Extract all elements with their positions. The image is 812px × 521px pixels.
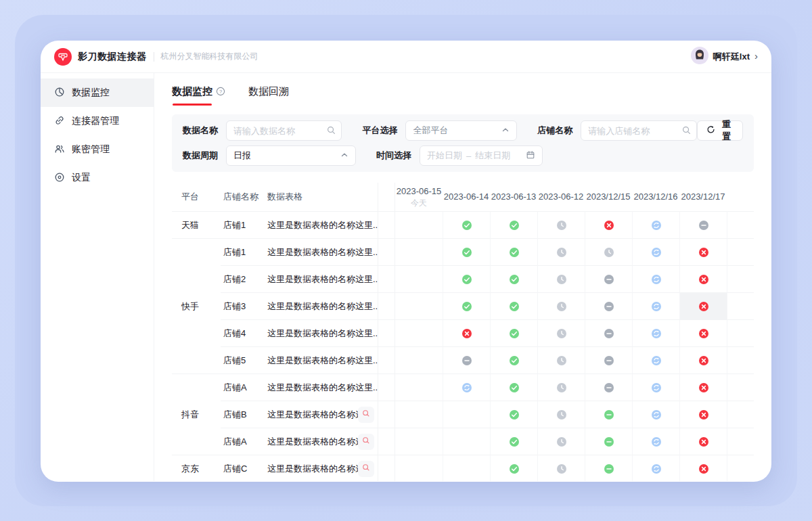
status-cell[interactable] xyxy=(537,346,585,373)
status-cell[interactable] xyxy=(490,292,537,319)
status-cell[interactable] xyxy=(443,265,490,292)
sidebar-item-data-monitor[interactable]: 数据监控 xyxy=(41,78,154,107)
status-success-icon xyxy=(461,220,472,231)
status-cell[interactable] xyxy=(632,265,679,292)
status-cell[interactable] xyxy=(490,428,537,455)
status-cell[interactable] xyxy=(632,292,679,319)
status-cell[interactable] xyxy=(679,346,727,373)
status-cell[interactable] xyxy=(632,373,679,401)
status-cell[interactable] xyxy=(490,373,537,401)
status-cell[interactable] xyxy=(679,455,727,481)
chevron-up-icon xyxy=(501,126,510,136)
status-cell[interactable] xyxy=(537,455,585,481)
table-spacer xyxy=(378,401,395,428)
sidebar-item-account-management[interactable]: 账密管理 xyxy=(41,135,154,164)
status-cell[interactable] xyxy=(679,238,727,265)
status-cell[interactable] xyxy=(632,319,679,346)
table-name-text: 这里是数据表格的名称这里... xyxy=(267,246,378,258)
period-select[interactable]: 日报 xyxy=(226,145,356,166)
tab-data-monitor[interactable]: 数据监控? xyxy=(172,85,225,106)
status-cell[interactable] xyxy=(632,238,679,265)
status-cell[interactable] xyxy=(537,401,585,428)
status-pending-icon xyxy=(556,463,567,474)
data-name-input[interactable] xyxy=(226,120,342,141)
status-cell[interactable] xyxy=(585,428,632,455)
status-cell xyxy=(443,401,490,428)
date-range-picker[interactable]: 开始日期 – 结束日期 xyxy=(420,145,543,166)
status-cell[interactable] xyxy=(585,346,632,373)
status-cell[interactable] xyxy=(679,401,727,428)
search-detail-button[interactable] xyxy=(358,434,374,450)
user-menu[interactable]: 啊轩廷lxt › xyxy=(691,47,758,67)
search-detail-button[interactable] xyxy=(358,407,374,423)
status-cell[interactable] xyxy=(632,455,679,481)
status-cell xyxy=(395,238,443,265)
sidebar-item-label: 设置 xyxy=(72,172,91,184)
platform-select[interactable]: 全部平台 xyxy=(405,120,517,141)
status-success-icon xyxy=(509,409,520,420)
status-cell[interactable] xyxy=(632,211,679,238)
reset-button[interactable]: 重置 xyxy=(697,120,743,141)
tab-data-backtrack[interactable]: 数据回溯 xyxy=(248,85,289,106)
status-cell[interactable] xyxy=(443,238,490,265)
status-cell[interactable] xyxy=(490,346,537,373)
status-cell[interactable] xyxy=(490,238,537,265)
status-cell[interactable] xyxy=(537,265,585,292)
status-cell[interactable] xyxy=(585,373,632,401)
status-cell[interactable] xyxy=(537,292,585,319)
status-cell xyxy=(443,455,490,481)
status-cell[interactable] xyxy=(443,373,490,401)
status-cell[interactable] xyxy=(632,428,679,455)
status-cell[interactable] xyxy=(537,211,585,238)
shop-name-input[interactable] xyxy=(581,120,696,141)
status-cell[interactable] xyxy=(679,292,727,319)
status-cell[interactable] xyxy=(679,428,727,455)
status-cell[interactable] xyxy=(679,373,727,401)
status-cell[interactable] xyxy=(490,319,537,346)
period-label: 数据周期 xyxy=(183,150,218,162)
status-cell[interactable] xyxy=(632,401,679,428)
table-name-cell: 这里是数据表格的名称这里... xyxy=(265,373,378,401)
shop-cell: 店铺2 xyxy=(221,265,265,292)
status-cell[interactable] xyxy=(679,265,727,292)
status-cell[interactable] xyxy=(585,238,632,265)
table-row: 天猫店铺1这里是数据表格的名称这里... xyxy=(172,211,754,238)
status-cell[interactable] xyxy=(585,292,632,319)
date-column-header: 2023-06-15今天 xyxy=(395,183,443,211)
status-cell[interactable] xyxy=(537,319,585,346)
status-cell[interactable] xyxy=(443,211,490,238)
status-cell xyxy=(395,319,443,346)
status-cell[interactable] xyxy=(490,265,537,292)
status-cell[interactable] xyxy=(443,346,490,373)
search-detail-button[interactable] xyxy=(358,461,374,477)
status-error-icon xyxy=(698,436,709,447)
status-cell[interactable] xyxy=(585,211,632,238)
status-cell[interactable] xyxy=(585,319,632,346)
status-cell[interactable] xyxy=(585,265,632,292)
table-row: 店铺1这里是数据表格的名称这里... xyxy=(172,238,754,265)
status-syncing-icon xyxy=(651,301,662,312)
status-cell[interactable] xyxy=(679,319,727,346)
status-cell[interactable] xyxy=(490,211,537,238)
help-icon[interactable]: ? xyxy=(216,87,225,98)
status-cell[interactable] xyxy=(537,238,585,265)
top-bar: 影刀数据连接器 杭州分叉智能科技有限公司 啊轩廷lxt › xyxy=(41,41,771,73)
status-success-icon xyxy=(461,274,472,285)
status-syncing-icon xyxy=(651,382,662,393)
status-cell[interactable] xyxy=(679,211,727,238)
status-cell[interactable] xyxy=(632,346,679,373)
status-cell[interactable] xyxy=(443,319,490,346)
status-cell[interactable] xyxy=(443,292,490,319)
status-cell[interactable] xyxy=(537,373,585,401)
sidebar-item-settings[interactable]: 设置 xyxy=(41,164,154,192)
table-name-text: 这里是数据表格的名称这... xyxy=(267,463,358,475)
shop-cell: 店铺3 xyxy=(221,292,265,319)
status-cell[interactable] xyxy=(585,401,632,428)
status-cell[interactable] xyxy=(490,455,537,481)
sidebar-item-connector-management[interactable]: 连接器管理 xyxy=(41,107,154,135)
magnifier-icon xyxy=(361,463,371,474)
status-cell[interactable] xyxy=(537,428,585,455)
shop-cell: 店铺B xyxy=(221,401,265,428)
status-cell[interactable] xyxy=(490,401,537,428)
status-cell[interactable] xyxy=(585,455,632,481)
